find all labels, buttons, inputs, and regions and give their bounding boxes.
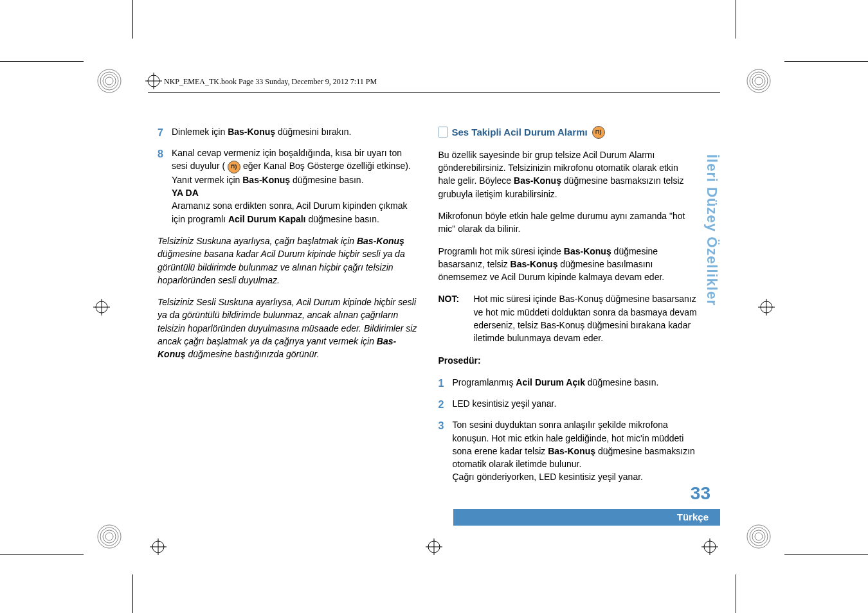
step-text: Dinlemek için Bas-Konuş düğmesini bırakı… (172, 125, 417, 140)
printer-corner-mark (96, 68, 122, 94)
step-text: LED kesintisiz yeşil yanar. (453, 397, 698, 412)
ptt-icon (592, 126, 605, 139)
svg-point-11 (105, 533, 113, 540)
italic-note: Telsiziniz Sesli Suskuna ayarlıysa, Acil… (158, 296, 417, 360)
paragraph: Mikrofonun böyle etkin hale gelme durumu… (439, 209, 698, 236)
italic-note: Telsiziniz Suskuna ayarlıysa, çağrı başl… (158, 235, 417, 287)
step-number: 7 (158, 125, 172, 140)
page-number: 33 (691, 483, 710, 504)
or-label: YA DA (172, 186, 417, 199)
registration-mark (150, 538, 167, 555)
section-title: Ses Takipli Acil Durum Alarmı (439, 125, 698, 139)
step-text: Ton sesini duyduktan sonra anlaşılır şek… (453, 418, 698, 483)
svg-point-0 (98, 69, 121, 93)
step-number: 1 (439, 376, 453, 391)
svg-point-14 (752, 530, 765, 543)
svg-point-3 (105, 77, 113, 85)
svg-point-12 (747, 525, 770, 548)
registration-mark (145, 73, 162, 89)
step-text: Programlanmış Acil Durum Açık düğmesine … (453, 376, 698, 391)
svg-point-10 (103, 530, 116, 543)
step-number: 3 (439, 418, 453, 483)
printer-corner-mark (96, 524, 122, 549)
page-header: NKP_EMEA_TK.book Page 33 Sunday, Decembe… (164, 77, 377, 87)
registration-mark (426, 538, 442, 555)
step-number: 2 (439, 397, 453, 412)
paragraph: Programlı hot mik süresi içinde Bas-Konu… (439, 245, 698, 284)
procedure-label: Prosedür: (439, 354, 698, 367)
registration-mark (758, 299, 775, 315)
document-icon (439, 127, 448, 138)
note-text: Hot mic süresi içinde Bas-Konuş düğmesin… (474, 292, 698, 344)
svg-point-4 (747, 69, 770, 93)
ptt-icon (228, 161, 240, 173)
svg-point-2 (103, 75, 116, 87)
header-rule (148, 92, 720, 93)
language-bar: Türkçe (453, 509, 720, 526)
paragraph: Bu özellik sayesinde bir grup telsize Ac… (439, 148, 698, 200)
svg-point-15 (755, 533, 763, 540)
printer-corner-mark (746, 524, 772, 549)
note-label: NOT: (439, 292, 474, 344)
sidebar-section-label: İleri Düzey Özellikler (703, 154, 720, 306)
right-column: Ses Takipli Acil Durum Alarmı Bu özellik… (439, 125, 698, 490)
printer-corner-mark (746, 68, 772, 94)
step-number: 8 (158, 147, 172, 226)
left-column: 7 Dinlemek için Bas-Konuş düğmesini bıra… (158, 125, 417, 490)
registration-mark (701, 538, 718, 555)
svg-point-7 (755, 77, 763, 85)
step-text: Kanal cevap vermeniz için boşaldığında, … (172, 147, 417, 226)
registration-mark (93, 299, 110, 315)
svg-point-8 (98, 525, 121, 548)
svg-point-6 (752, 75, 765, 87)
